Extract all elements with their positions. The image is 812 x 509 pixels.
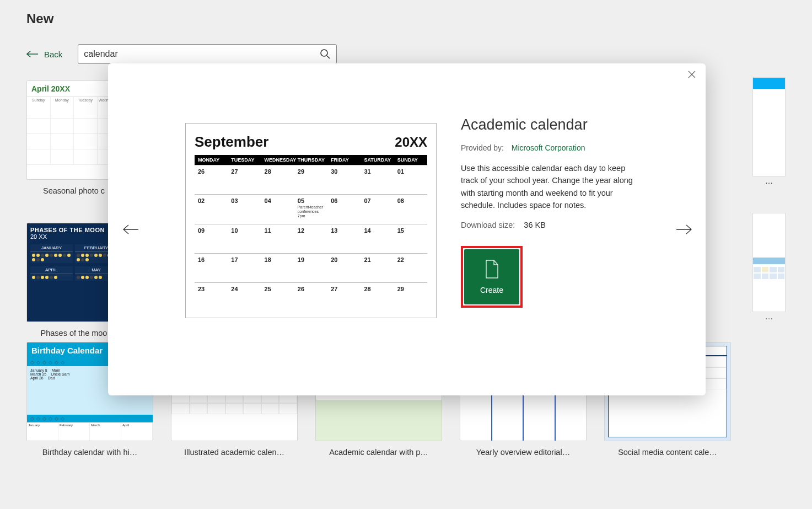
template-description: Use this accessible calendar each day to… [461,162,643,212]
search-box[interactable] [78,44,337,64]
prev-template-button[interactable] [121,220,140,239]
svg-point-0 [321,50,327,56]
template-label: Yearly overview editorial… [460,448,587,457]
search-button[interactable] [320,49,331,60]
document-icon [484,259,499,279]
template-card-seasonal[interactable]: April 20XX SundayMondayTuesdayWednesday … [26,81,121,195]
template-label: Social media content cale… [604,448,731,457]
preview-month: September [195,133,268,151]
template-preview: September 20XX MONDAYTUESDAYWEDNESDAYTHU… [185,123,437,318]
template-label: … [752,176,786,185]
arrow-left-icon [122,224,139,235]
arrow-left-icon [26,50,39,58]
template-thumb-partial[interactable] [752,77,786,176]
close-icon [688,71,696,78]
template-thumb: April 20XX SundayMondayTuesdayWednesday [26,81,121,180]
create-highlight: Create [461,246,523,308]
download-size: Download size: 36 KB [461,221,658,229]
template-card-moon[interactable]: PHASES OF THE MOON 20 XX JANUARY FEBRUAR… [26,223,121,337]
template-label: Seasonal photo c [26,186,121,195]
template-thumb: PHASES OF THE MOON 20 XX JANUARY FEBRUAR… [26,223,121,322]
template-thumb-partial[interactable] [752,213,786,312]
provided-by: Provided by: Microsoft Corporation [461,143,658,152]
next-template-button[interactable] [675,220,693,239]
close-button[interactable] [688,71,698,81]
arrow-right-icon [676,224,692,235]
create-label: Create [480,286,503,294]
provider-link[interactable]: Microsoft Corporation [512,143,585,152]
preview-calendar-table: MONDAYTUESDAYWEDNESDAYTHURSDAYFRIDAYSATU… [195,155,427,312]
template-title: Academic calendar [461,116,658,133]
search-input[interactable] [84,49,320,59]
page-title: New [26,11,786,26]
template-label: … [752,312,786,321]
create-button[interactable]: Create [464,249,519,304]
template-label: Birthday calendar with hi… [26,448,153,457]
template-label: Illustrated academic calen… [171,448,298,457]
template-detail-modal: September 20XX MONDAYTUESDAYWEDNESDAYTHU… [108,63,706,395]
back-button[interactable]: Back [26,50,62,59]
search-icon [320,49,331,60]
back-label: Back [44,50,62,59]
template-label: Academic calendar with p… [315,448,442,457]
template-label: Phases of the moo [26,329,121,337]
preview-year: 20XX [395,135,427,150]
